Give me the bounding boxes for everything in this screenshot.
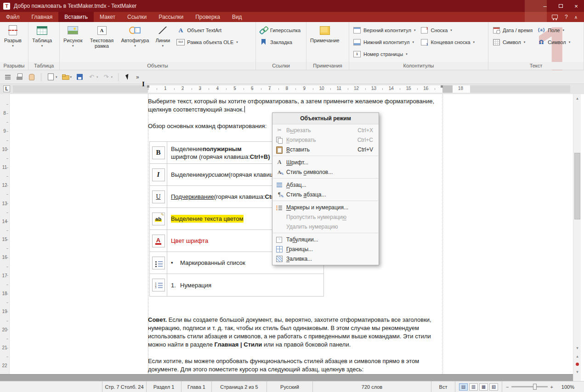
- zoom-slider-track[interactable]: [511, 386, 547, 387]
- ribbon-button-label: Рамка объекта OLE: [187, 39, 233, 45]
- table-button[interactable]: Таблица▾: [30, 23, 54, 61]
- maximize-button[interactable]: [553, 0, 568, 12]
- vertical-scrollbar[interactable]: ▴ ▾ ▴ ▾: [573, 94, 581, 381]
- bookmark-button[interactable]: Закладка: [260, 37, 301, 47]
- menu-item-paste[interactable]: ВставитьCtrl+V: [272, 145, 379, 154]
- tab-layout[interactable]: Макет: [94, 12, 121, 22]
- zoom-in-icon[interactable]: +: [550, 384, 553, 390]
- save-button[interactable]: [76, 73, 84, 81]
- dropdown-arrow-icon: ▾: [41, 44, 43, 48]
- previous-object-button[interactable]: ▴: [573, 353, 581, 360]
- footer-button[interactable]: Нижний колонтитул▾: [353, 37, 415, 47]
- close-button[interactable]: ×: [568, 0, 584, 12]
- hyperlink-button[interactable]: Гиперссылка: [260, 25, 301, 35]
- ribbon-group-label: Ссылки: [256, 62, 306, 70]
- ruler-number: 12: [0, 183, 9, 188]
- ribbon-group: ПримечаниеПримечания: [306, 22, 349, 70]
- ruler-number: 9: [303, 86, 306, 91]
- footnote-button[interactable]: Сноска▾: [420, 25, 475, 35]
- zoom-slider-thumb[interactable]: [533, 384, 537, 390]
- help-icon[interactable]: ?: [565, 14, 568, 20]
- right-indent-marker[interactable]: [441, 85, 443, 88]
- status-word-count[interactable]: 720 слов: [312, 381, 431, 392]
- object-mode-button[interactable]: [124, 73, 132, 81]
- scroll-up-button[interactable]: ▴: [573, 95, 581, 102]
- new-document-button[interactable]: ▾: [47, 73, 57, 81]
- date-time-button[interactable]: Дата / время: [492, 25, 533, 35]
- left-indent-marker[interactable]: [147, 85, 149, 88]
- formatting-marks-button[interactable]: [4, 73, 11, 81]
- field-button[interactable]: Поле▾: [537, 25, 570, 35]
- view-standard-button[interactable]: ▤: [459, 383, 468, 391]
- tab-type-selector[interactable]: L: [3, 85, 10, 92]
- tab-home[interactable]: Главная: [26, 12, 59, 22]
- tab-insert[interactable]: Вставить: [58, 12, 94, 22]
- mouse-ibeam-cursor: [142, 80, 145, 88]
- ole-frame-button[interactable]: Рамка объекта OLE▾: [176, 37, 238, 47]
- status-language[interactable]: Русский: [266, 381, 312, 392]
- status-position[interactable]: Стр. 7 Столб. 24: [102, 381, 146, 392]
- break-button[interactable]: Разрыв▾: [2, 23, 24, 61]
- dropdown-arrow-icon: ▾: [562, 28, 564, 32]
- paragraph: Если хотите, вы можете опробовать функци…: [148, 357, 442, 374]
- zoom-level[interactable]: 100%: [557, 384, 580, 390]
- ruler-number: 20: [0, 327, 9, 332]
- view-outline-button[interactable]: ▧: [489, 383, 498, 391]
- next-object-button[interactable]: ▾: [573, 368, 581, 375]
- toolbar-overflow-button[interactable]: »: [136, 74, 139, 80]
- minimize-button[interactable]: –: [537, 0, 553, 12]
- view-continuous-button[interactable]: ▥: [469, 383, 478, 391]
- dropdown-arrow-icon: ▾: [406, 52, 408, 56]
- zoom-slider[interactable]: −+: [502, 381, 557, 392]
- tab-references[interactable]: Ссылки: [121, 12, 153, 22]
- zoom-out-icon[interactable]: −: [506, 384, 509, 390]
- menu-item-paragraph[interactable]: Абзац...: [272, 180, 379, 190]
- scroll-down-button[interactable]: ▾: [573, 344, 581, 352]
- tab-view[interactable]: Вид: [226, 12, 248, 22]
- menu-item-font[interactable]: Шрифт...: [272, 157, 379, 167]
- vertical-ruler[interactable]: 8910111213141516171819202122: [0, 94, 10, 374]
- lines-button[interactable]: Линии▾: [152, 23, 174, 61]
- collapse-ribbon-icon[interactable]: ∧: [574, 15, 578, 20]
- ruler-right-margin-marker[interactable]: [442, 85, 453, 93]
- textart-button[interactable]: Объект TextArt: [176, 25, 238, 35]
- view-master-button[interactable]: ▦: [479, 383, 488, 391]
- dropdown-arrow-icon: ▾: [72, 44, 74, 48]
- undo-button[interactable]: ▾: [88, 73, 98, 81]
- menu-item-bullets-numbering[interactable]: Маркеры и нумерация...: [272, 202, 379, 212]
- tab-mailings[interactable]: Рассылки: [153, 12, 189, 22]
- tab-review[interactable]: Проверка: [189, 12, 226, 22]
- endnote-button[interactable]: Концевая сноска▾: [420, 37, 475, 47]
- menu-item-character-style[interactable]: Стиль символов...: [272, 167, 379, 177]
- symbol-gallery-button[interactable]: Символ▾: [492, 37, 533, 47]
- status-page[interactable]: Страница 2 из 5: [211, 381, 266, 392]
- text-frame-button[interactable]: Текстовая рамка: [85, 23, 119, 61]
- browse-object-button[interactable]: [573, 360, 581, 368]
- ruler-number: 13: [371, 86, 376, 91]
- pan-hand-button[interactable]: [28, 73, 35, 81]
- scrollbar-thumb[interactable]: [574, 153, 580, 219]
- tab-file[interactable]: Файл: [0, 12, 26, 22]
- ribbon-button-label: Разрыв: [4, 38, 22, 43]
- redo-button[interactable]: ▾: [102, 73, 113, 81]
- menu-item-shading[interactable]: Заливка...: [272, 254, 379, 263]
- status-section[interactable]: Раздел 1: [146, 381, 181, 392]
- header-button[interactable]: Верхний колонтитул▾: [353, 25, 415, 35]
- status-insert-mode[interactable]: Вст: [431, 381, 455, 392]
- comment-button[interactable]: Примечание: [308, 23, 341, 61]
- menu-item-paragraph-style[interactable]: Стиль абзаца...: [272, 190, 379, 199]
- menu-item-borders[interactable]: Границы...: [272, 244, 379, 254]
- menu-item-skip-numbering: Пропустить нумерацию: [272, 212, 379, 222]
- horizontal-ruler[interactable]: L 1234567891011121314151618: [0, 84, 584, 94]
- page-number-button[interactable]: Номер страницы▾: [353, 49, 415, 59]
- shop-cart-icon[interactable]: [551, 14, 558, 20]
- textmaker-logo: T: [3, 3, 10, 10]
- print-button[interactable]: [16, 73, 23, 81]
- open-button[interactable]: ▾: [62, 73, 72, 81]
- status-chapter[interactable]: Глава 1: [181, 381, 211, 392]
- numbering-icon: [152, 279, 165, 291]
- symbol-button[interactable]: Символ▾: [537, 37, 570, 47]
- picture-button[interactable]: Рисунок▾: [62, 23, 85, 61]
- menu-item-tabs[interactable]: Табуляции...: [272, 235, 379, 244]
- autoshape-button[interactable]: Автофигура▾: [119, 23, 151, 61]
